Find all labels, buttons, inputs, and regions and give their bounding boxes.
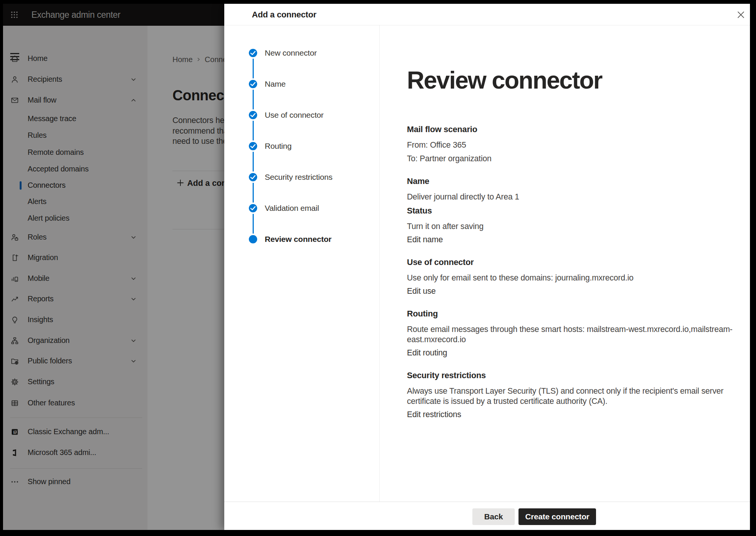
review-heading: Review connector (407, 69, 750, 92)
back-button[interactable]: Back (472, 508, 515, 525)
step-label-security-restrictions: Security restrictions (265, 172, 332, 182)
review-text: From: Office 365 (407, 140, 734, 150)
review-section-heading: Routing (407, 309, 734, 319)
step-current-dot-icon (249, 235, 257, 243)
dialog-header: Add a connector (224, 4, 750, 25)
step-check-icon (249, 80, 257, 88)
step-connector-line (253, 152, 254, 171)
review-text: Always use Transport Layer Security (TLS… (407, 386, 734, 407)
step-label-new-connector: New connector (265, 48, 317, 58)
step-check-icon (249, 49, 257, 57)
review-text: Turn it on after saving (407, 221, 734, 232)
step-label-use-of-connector: Use of connector (265, 110, 324, 120)
step-label-routing: Routing (265, 141, 292, 151)
review-section-heading: Status (407, 206, 734, 216)
wizard-steps-nav: New connectorNameUse of connectorRouting… (224, 25, 380, 502)
modal-dim-overlay (3, 4, 224, 530)
dialog-title: Add a connector (252, 4, 317, 25)
dialog-footer: Back Create connector (224, 502, 750, 530)
edit-restrictions-link[interactable]: Edit restrictions (407, 410, 461, 420)
step-check-icon (249, 173, 257, 181)
review-section-heading: Name (407, 176, 734, 186)
edit-routing-link[interactable]: Edit routing (407, 348, 447, 358)
screenshot-frame: Exchange admin center HomeRecipientsMail… (0, 0, 756, 536)
step-connector-line (253, 183, 254, 203)
step-check-icon (249, 204, 257, 212)
step-check-icon (249, 142, 257, 150)
review-text: Deliver journal directly to Area 1 (407, 192, 734, 202)
step-connector-line (253, 121, 254, 140)
step-connector-line (253, 59, 254, 78)
app-window: Exchange admin center HomeRecipientsMail… (3, 4, 750, 530)
edit-use-link[interactable]: Edit use (407, 286, 436, 296)
close-icon[interactable] (736, 9, 746, 20)
create-connector-button[interactable]: Create connector (518, 508, 596, 525)
review-text: To: Partner organization (407, 154, 734, 164)
add-connector-dialog: Add a connector New connectorNameUse of … (224, 4, 750, 530)
review-text: Use only for email sent to these domains… (407, 273, 734, 283)
review-section-heading: Security restrictions (407, 370, 734, 380)
step-label-name: Name (265, 79, 286, 89)
review-pane: Review connector Mail flow scenarioFrom:… (380, 25, 750, 502)
step-label-review-connector: Review connector (265, 234, 332, 244)
review-section-heading: Use of connector (407, 257, 734, 267)
edit-name-link[interactable]: Edit name (407, 235, 443, 245)
review-section-heading: Mail flow scenario (407, 124, 734, 134)
step-connector-line (253, 214, 254, 234)
step-connector-line (253, 90, 254, 109)
review-text: Route email messages through these smart… (407, 324, 734, 345)
step-label-validation-email: Validation email (265, 203, 319, 213)
step-check-icon (249, 111, 257, 119)
